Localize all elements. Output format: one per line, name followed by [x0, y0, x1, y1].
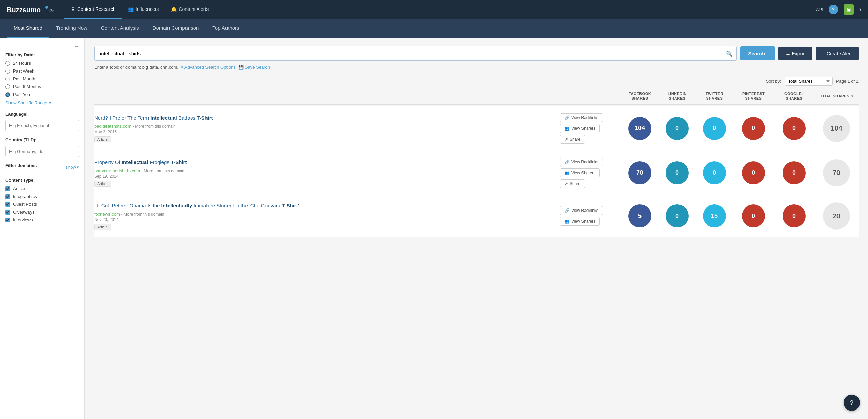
subnav-trending-now[interactable]: Trending Now: [49, 19, 94, 38]
language-label: Language:: [5, 112, 79, 117]
view-backlinks-button-2[interactable]: 🔗 View Backlinks: [560, 158, 603, 166]
nav-content-alerts[interactable]: 🔔 Content Alerts: [165, 0, 215, 19]
sidebar-toggle[interactable]: ←: [5, 43, 79, 49]
main-content: 🔍 Search! ☁ Export + Create Alert Enter …: [85, 38, 868, 419]
checkbox-interviews[interactable]: Interviews: [5, 217, 79, 222]
header-divider: [94, 105, 859, 105]
result-item-2: Property Of Intellectual Froglegs T-Shir…: [94, 151, 859, 195]
view-backlinks-button-1[interactable]: 🔗 View Backlinks: [560, 113, 603, 122]
article-domain-link-2[interactable]: partycrashertshirts.com: [94, 168, 140, 173]
show-domains-link[interactable]: show ▾: [66, 165, 79, 170]
brand-logo[interactable]: Buzzsumo Pro: [7, 5, 54, 14]
people-icon: 👥: [128, 6, 134, 12]
search-icon-button[interactable]: 🔍: [726, 50, 733, 57]
checkbox-giveaways[interactable]: Giveaways: [5, 210, 79, 215]
sort-row: Sort by: Total Shares Facebook Shares Tw…: [94, 77, 859, 86]
subnav-top-authors[interactable]: Top Authors: [205, 19, 246, 38]
view-sharers-button-1[interactable]: 👥 View Sharers: [560, 124, 600, 133]
col-header-pinterest: PINTERESTSHARES: [733, 91, 774, 101]
radio-year-input[interactable]: [5, 92, 10, 97]
action-buttons-3: 🔗 View Backlinks 👥 View Sharers: [560, 206, 621, 226]
article-title-3[interactable]: Lt. Col. Peters: Obama Is the Intellectu…: [94, 202, 555, 209]
action-buttons-1: 🔗 View Backlinks 👥 View Sharers ↗ Share: [560, 113, 621, 144]
floating-help-button[interactable]: ?: [844, 395, 860, 411]
svg-text:Pro: Pro: [49, 8, 54, 13]
search-button[interactable]: Search!: [740, 46, 775, 60]
search-input[interactable]: [94, 46, 737, 61]
checkbox-giveaways-input[interactable]: [5, 210, 10, 215]
create-alert-button[interactable]: + Create Alert: [816, 47, 859, 60]
checkbox-guest-posts-input[interactable]: [5, 202, 10, 207]
country-label: Country (TLD):: [5, 137, 79, 142]
article-domain-suffix-2: - More from this domain: [141, 168, 184, 173]
nav-content-research[interactable]: 🖥 Content Research: [64, 0, 122, 19]
content-type-section: Content Type: Article Infographics Guest…: [5, 178, 79, 222]
user-avatar-button[interactable]: ▣: [844, 4, 854, 15]
col-header-actions: [560, 91, 621, 101]
radio-past-month[interactable]: Past Month: [5, 76, 79, 81]
article-date-2: Sep 19, 2014: [94, 174, 555, 179]
country-input[interactable]: [5, 146, 79, 157]
article-info-3: Lt. Col. Peters: Obama Is the Intellectu…: [94, 202, 560, 230]
radio-week-input[interactable]: [5, 69, 10, 74]
radio-24h-input[interactable]: [5, 61, 10, 66]
collapse-sidebar-button[interactable]: ←: [74, 43, 79, 49]
show-specific-range-link[interactable]: Show Specific Range ▾: [5, 100, 79, 105]
filter-domains-row: Filter domains: show ▾: [5, 163, 79, 172]
link-icon-2: 🔗: [565, 160, 570, 164]
total-circle-3: 20: [823, 202, 850, 230]
twitter-circle-3: 15: [703, 204, 726, 227]
dropdown-arrow[interactable]: ▾: [859, 7, 861, 12]
view-sharers-button-2[interactable]: 👥 View Sharers: [560, 168, 600, 177]
article-tag-1: Article: [94, 136, 111, 142]
col-header-facebook: FACEBOOKSHARES: [621, 91, 658, 101]
view-backlinks-button-3[interactable]: 🔗 View Backlinks: [560, 206, 603, 215]
col-header-title: [94, 91, 560, 101]
col-header-twitter: TWITTERSHARES: [696, 91, 733, 101]
svg-point-1: [45, 6, 48, 9]
language-section: Language:: [5, 112, 79, 131]
help-float-icon: ?: [850, 399, 853, 406]
checkbox-article[interactable]: Article: [5, 186, 79, 191]
subnav-content-analysis[interactable]: Content Analysis: [94, 19, 146, 38]
radio-month-input[interactable]: [5, 77, 10, 81]
api-link[interactable]: API: [816, 7, 823, 12]
checkbox-infographics-input[interactable]: [5, 194, 10, 199]
search-bar-row: 🔍 Search! ☁ Export + Create Alert: [94, 46, 859, 61]
content-type-label: Content Type:: [5, 178, 79, 183]
nav-influencers[interactable]: 👥 Influencers: [122, 0, 165, 19]
radio-24h[interactable]: 24 Hours: [5, 61, 79, 66]
checkbox-guest-posts[interactable]: Guest Posts: [5, 202, 79, 207]
radio-past-year[interactable]: Past Year: [5, 92, 79, 97]
col-header-linkedin: LINKEDINSHARES: [658, 91, 696, 101]
subnav-most-shared[interactable]: Most Shared: [7, 19, 49, 38]
search-hint: Enter a topic or domain: big data, cnn.c…: [94, 65, 178, 70]
advanced-search-link[interactable]: ▾ Advanced Search Options: [181, 65, 236, 70]
checkbox-infographics[interactable]: Infographics: [5, 194, 79, 199]
article-domain-link-1[interactable]: badideatshirts.com: [94, 124, 131, 129]
radio-past-week[interactable]: Past Week: [5, 68, 79, 74]
facebook-circle-3: 5: [628, 204, 651, 227]
checkbox-interviews-input[interactable]: [5, 218, 10, 222]
view-sharers-button-3[interactable]: 👥 View Sharers: [560, 217, 600, 226]
save-search-link[interactable]: 💾 Save Search: [238, 65, 270, 70]
checkbox-article-input[interactable]: [5, 186, 10, 191]
share-button-1[interactable]: ↗ Share: [560, 135, 585, 144]
article-domain-link-3[interactable]: foxnews.com: [94, 212, 120, 217]
help-icon-button[interactable]: ?: [829, 5, 838, 14]
share-button-2[interactable]: ↗ Share: [560, 179, 585, 188]
export-button[interactable]: ☁ Export: [778, 47, 812, 60]
filter-domains-label: Filter domains:: [5, 163, 37, 168]
sort-label: Sort by:: [766, 79, 781, 84]
domains-chevron-icon: ▾: [77, 165, 79, 170]
radio-6months-input[interactable]: [5, 84, 10, 89]
col-header-total-shares[interactable]: TOTAL SHARES: [814, 91, 859, 101]
radio-past-6months[interactable]: Past 6 Months: [5, 84, 79, 89]
sort-select[interactable]: Total Shares Facebook Shares Twitter Sha…: [785, 77, 833, 86]
filter-date-section: Filter by Date: 24 Hours Past Week Past …: [5, 52, 79, 105]
language-input[interactable]: [5, 120, 79, 131]
twitter-shares-2: 0: [696, 161, 733, 184]
subnav-domain-comparison[interactable]: Domain Comparison: [146, 19, 206, 38]
article-title-2[interactable]: Property Of Intellectual Froglegs T-Shir…: [94, 159, 555, 166]
article-title-1[interactable]: Nerd? I Prefer The Term Intellectual Bad…: [94, 114, 555, 121]
